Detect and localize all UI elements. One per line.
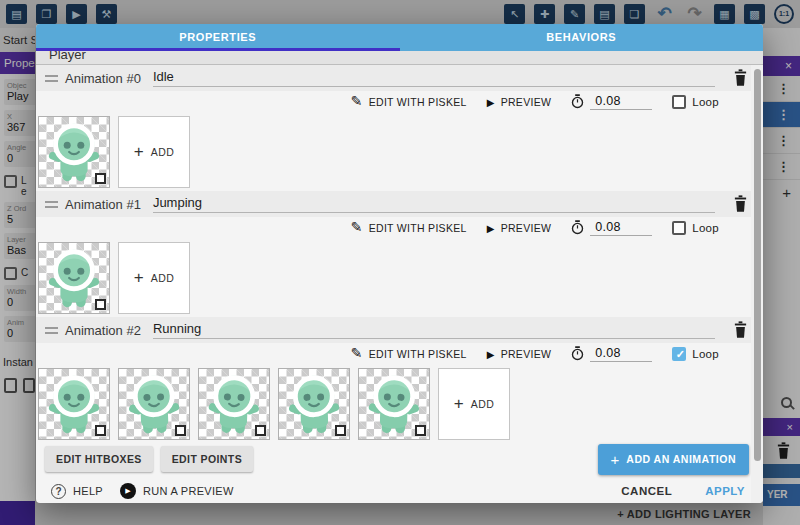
preview-button[interactable]: ▶ PREVIEW [487,222,552,234]
edit-with-piskel-button[interactable]: ✎ EDIT WITH PISKEL [351,94,467,110]
frame-thumbnail[interactable] [38,116,110,188]
time-between-frames-field[interactable]: 0.08 [571,94,652,111]
plus-icon: + [611,451,620,468]
animation-header: Animation #2 Running [36,317,763,343]
add-animation-button[interactable]: + ADD AN ANIMATION [598,444,749,475]
frame-thumbnail[interactable] [118,368,190,440]
edit-points-button[interactable]: EDIT POINTS [161,446,253,472]
frame-select-checkbox[interactable] [95,299,106,310]
frame-select-checkbox[interactable] [335,425,346,436]
play-icon: ▶ [487,349,495,360]
plus-icon: + [454,394,464,414]
animation-title: Animation #0 [65,71,141,86]
frame-select-checkbox[interactable] [415,425,426,436]
frame-select-checkbox[interactable] [95,425,106,436]
add-frame-button[interactable]: + ADD [118,242,190,314]
loop-toggle[interactable]: Loop [672,347,719,361]
animation-title: Animation #1 [65,197,141,212]
loop-checkbox[interactable] [672,95,686,109]
frame-thumbnail[interactable] [38,368,110,440]
loop-toggle[interactable]: Loop [672,221,719,235]
time-between-frames-field[interactable]: 0.08 [571,220,652,237]
play-icon: ▶ [487,223,495,234]
edit-hitboxes-button[interactable]: EDIT HITBOXES [45,446,153,472]
play-icon: ▶ [487,97,495,108]
animation-name-input[interactable]: Idle [153,69,715,87]
tab-behaviors[interactable]: BEHAVIORS [400,24,764,51]
object-name-field[interactable]: Player [36,51,763,65]
run-preview-button[interactable]: RUN A PREVIEW [143,485,234,497]
drag-handle-icon[interactable] [45,324,58,337]
animation-title: Animation #2 [65,323,141,338]
preview-button[interactable]: ▶ PREVIEW [487,348,552,360]
dialog-tabbar: PROPERTIES BEHAVIORS [36,24,763,51]
run-preview-icon: ▶ [120,483,136,499]
delete-animation-icon[interactable] [733,69,749,87]
delete-animation-icon[interactable] [733,321,749,339]
frame-thumbnail[interactable] [278,368,350,440]
plus-icon: + [134,268,144,288]
animation-section: Animation #0 Idle ✎ EDIT WITH PISKEL ▶ P… [36,65,763,191]
animation-header: Animation #0 Idle [36,65,763,91]
help-button[interactable]: HELP [73,485,103,497]
time-between-frames-field[interactable]: 0.08 [571,346,652,363]
scrollbar-thumb[interactable] [754,69,761,461]
pencil-icon: ✎ [351,219,363,235]
frame-select-checkbox[interactable] [175,425,186,436]
animation-section: Animation #1 Jumping ✎ EDIT WITH PISKEL … [36,191,763,317]
drag-handle-icon[interactable] [45,72,58,85]
tab-properties[interactable]: PROPERTIES [36,24,400,51]
object-editor-dialog: PROPERTIES BEHAVIORS Player Animation #0… [36,24,763,503]
stopwatch-icon [571,94,584,111]
edit-with-piskel-button[interactable]: ✎ EDIT WITH PISKEL [351,220,467,236]
dialog-scrollbar[interactable] [751,65,763,503]
animation-name-input[interactable]: Running [153,321,715,339]
edit-with-piskel-button[interactable]: ✎ EDIT WITH PISKEL [351,346,467,362]
stopwatch-icon [571,346,584,363]
drag-handle-icon[interactable] [45,198,58,211]
animation-section: Animation #2 Running ✎ EDIT WITH PISKEL … [36,317,763,443]
help-icon: ? [51,484,66,499]
loop-checkbox[interactable] [672,221,686,235]
stopwatch-icon [571,220,584,237]
frame-select-checkbox[interactable] [255,425,266,436]
delete-animation-icon[interactable] [733,195,749,213]
plus-icon: + [134,142,144,162]
loop-checkbox[interactable] [672,347,686,361]
cancel-button[interactable]: CANCEL [621,485,672,497]
frame-thumbnail[interactable] [198,368,270,440]
frame-thumbnail[interactable] [358,368,430,440]
frame-thumbnail[interactable] [38,242,110,314]
apply-button[interactable]: APPLY [705,485,745,497]
animation-header: Animation #1 Jumping [36,191,763,217]
preview-button[interactable]: ▶ PREVIEW [487,96,552,108]
pencil-icon: ✎ [351,345,363,361]
add-frame-button[interactable]: + ADD [118,116,190,188]
pencil-icon: ✎ [351,93,363,109]
animation-name-input[interactable]: Jumping [153,195,715,213]
frame-select-checkbox[interactable] [95,173,106,184]
loop-toggle[interactable]: Loop [672,95,719,109]
add-frame-button[interactable]: + ADD [438,368,510,440]
